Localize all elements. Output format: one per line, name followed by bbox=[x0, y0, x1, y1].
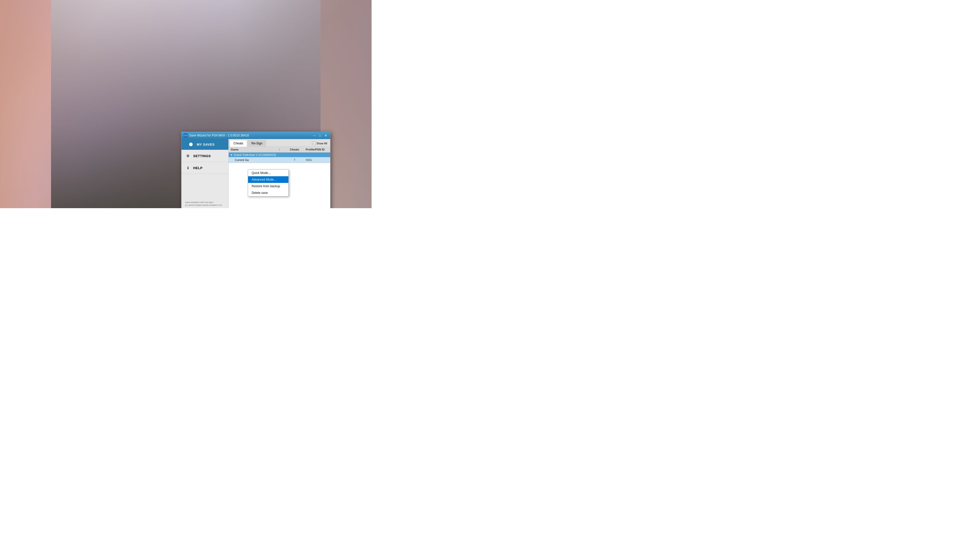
sidebar: MY SAVES ⚙ SETTINGS ℹ HELP SAVE WIZARD F… bbox=[181, 139, 229, 208]
th-game: Game bbox=[229, 148, 279, 151]
show-all-label[interactable]: Show All bbox=[317, 142, 327, 145]
copyright-line2: (C) DATA POWER DEVELOPMENT LTD bbox=[185, 204, 222, 206]
advanced-mode-label: Advanced Mode... bbox=[251, 178, 277, 181]
context-item-delete-save[interactable]: Delete save bbox=[248, 189, 288, 196]
th-edit: / bbox=[279, 148, 284, 151]
table-body: ▼ Grand Theft Auto V (CUSA00419) Current… bbox=[229, 152, 330, 208]
window-title: Save Wizard for PS4 MAX - 1.0.6510.36416 bbox=[189, 134, 249, 137]
tab-resign[interactable]: Re-Sign bbox=[248, 140, 266, 146]
save-psn-id: XDG bbox=[305, 158, 330, 162]
sidebar-item-settings[interactable]: ⚙ SETTINGS bbox=[181, 150, 228, 162]
quick-mode-label: Quick Mode... bbox=[251, 171, 270, 175]
game-group-header[interactable]: ▼ Grand Theft Auto V (CUSA00419) bbox=[229, 152, 330, 157]
settings-icon: ⚙ bbox=[185, 153, 191, 159]
tab-cheats[interactable]: Cheats bbox=[230, 140, 247, 147]
sidebar-bottom: SAVE WIZARD FOR PS4 MAX (C) DATA POWER D… bbox=[181, 198, 228, 208]
th-edit-icon: / bbox=[279, 148, 280, 151]
restore-backup-label: Restore from backup bbox=[251, 184, 280, 188]
title-bar-left: SW Save Wizard for PS4 MAX - 1.0.6510.36… bbox=[183, 133, 249, 138]
table-header: Game / Cheats Profile/PSN ID bbox=[229, 147, 330, 152]
sidebar-item-help[interactable]: ℹ HELP bbox=[181, 162, 228, 174]
context-item-restore-backup[interactable]: Restore from backup bbox=[248, 183, 288, 189]
tab-resign-label: Re-Sign bbox=[251, 141, 262, 145]
context-item-advanced-mode[interactable]: Advanced Mode... bbox=[248, 176, 288, 183]
help-icon: ℹ bbox=[185, 165, 191, 171]
help-label: HELP bbox=[193, 166, 203, 170]
content-area: Cheats Re-Sign ✓ Show All Game / bbox=[229, 139, 330, 208]
tab-bar: Cheats Re-Sign ✓ Show All bbox=[229, 139, 330, 147]
th-psn: Profile/PSN ID bbox=[305, 148, 330, 151]
copyright-text: SAVE WIZARD FOR PS4 MAX (C) DATA POWER D… bbox=[185, 201, 225, 206]
maximize-button[interactable]: □ bbox=[318, 133, 323, 138]
app-icon: SW bbox=[183, 133, 188, 138]
my-saves-label: MY SAVES bbox=[197, 143, 215, 146]
window-body: MY SAVES ⚙ SETTINGS ℹ HELP SAVE WIZARD F… bbox=[181, 139, 330, 208]
save-cheats-count: 7 bbox=[284, 159, 305, 162]
group-arrow-icon: ▼ bbox=[230, 154, 233, 156]
minimize-button[interactable]: ─ bbox=[312, 133, 317, 138]
sidebar-item-my-saves[interactable]: MY SAVES bbox=[181, 139, 228, 150]
save-name: Current Ga bbox=[234, 158, 279, 162]
delete-save-label: Delete save bbox=[251, 191, 268, 195]
table-row[interactable]: Current Ga 7 XDG Quick Mode... Advanced … bbox=[229, 157, 330, 163]
settings-label: SETTINGS bbox=[193, 154, 211, 158]
title-controls: ─ □ ✕ bbox=[312, 133, 328, 138]
context-item-quick-mode[interactable]: Quick Mode... bbox=[248, 170, 288, 176]
window: SW Save Wizard for PS4 MAX - 1.0.6510.36… bbox=[181, 132, 331, 208]
my-saves-toggle bbox=[185, 142, 193, 147]
show-all-checkbox[interactable]: ✓ bbox=[312, 141, 315, 145]
copyright-line1: SAVE WIZARD FOR PS4 MAX bbox=[185, 201, 213, 203]
app-icon-text: SW bbox=[183, 134, 188, 137]
group-name: Grand Theft Auto V (CUSA00419) bbox=[234, 153, 329, 156]
context-menu: Quick Mode... Advanced Mode... Restore f… bbox=[248, 169, 289, 197]
title-bar: SW Save Wizard for PS4 MAX - 1.0.6510.36… bbox=[181, 132, 330, 139]
show-all-area: ✓ Show All bbox=[310, 141, 329, 145]
close-button[interactable]: ✕ bbox=[323, 133, 328, 138]
tab-cheats-label: Cheats bbox=[234, 141, 243, 145]
th-cheats: Cheats bbox=[284, 148, 305, 151]
